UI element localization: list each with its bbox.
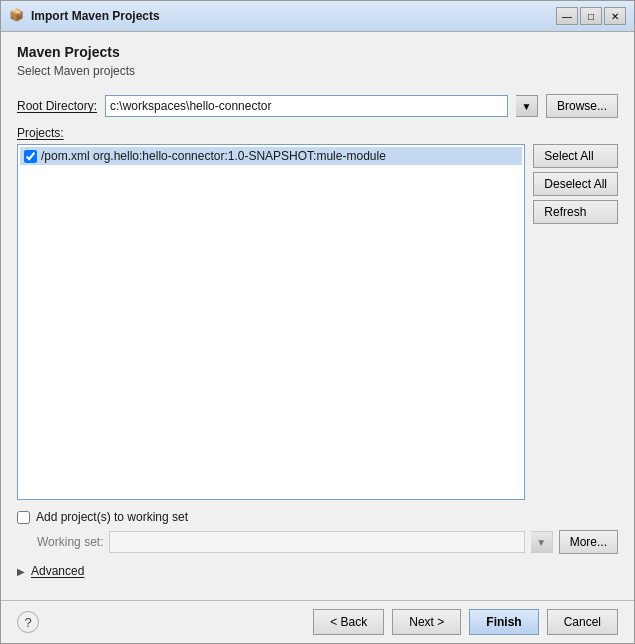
close-button[interactable]: ✕ [604,7,626,25]
footer: ? < Back Next > Finish Cancel [1,600,634,643]
working-set-input[interactable] [109,531,524,553]
root-directory-row: Root Directory: ▼ Browse... [17,94,618,118]
minimize-button[interactable]: — [556,7,578,25]
back-button[interactable]: < Back [313,609,384,635]
browse-button[interactable]: Browse... [546,94,618,118]
root-directory-dropdown[interactable]: ▼ [516,95,538,117]
working-set-field-row: Working set: ▼ More... [37,530,618,554]
maximize-button[interactable]: □ [580,7,602,25]
section-title: Maven Projects [17,44,618,60]
advanced-label: Advanced [31,564,84,578]
root-directory-label: Root Directory: [17,99,97,113]
projects-list: /pom.xml org.hello:hello-connector:1.0-S… [17,144,525,500]
projects-area: /pom.xml org.hello:hello-connector:1.0-S… [17,144,618,500]
refresh-button[interactable]: Refresh [533,200,618,224]
project-checkbox[interactable] [24,150,37,163]
list-item[interactable]: /pom.xml org.hello:hello-connector:1.0-S… [20,147,522,165]
section-subtitle: Select Maven projects [17,64,618,78]
working-set-field-label: Working set: [37,535,103,549]
projects-label: Projects: [17,126,618,140]
advanced-row[interactable]: ▶ Advanced [17,564,618,578]
working-set-section: Add project(s) to working set Working se… [17,510,618,554]
title-bar: 📦 Import Maven Projects — □ ✕ [1,1,634,32]
working-set-checkbox[interactable] [17,511,30,524]
projects-buttons: Select All Deselect All Refresh [533,144,618,500]
working-set-label: Add project(s) to working set [36,510,188,524]
project-item-text: /pom.xml org.hello:hello-connector:1.0-S… [41,149,386,163]
cancel-button[interactable]: Cancel [547,609,618,635]
next-button[interactable]: Next > [392,609,461,635]
window-icon: 📦 [9,8,25,24]
content-area: Maven Projects Select Maven projects Roo… [1,32,634,600]
help-icon[interactable]: ? [17,611,39,633]
select-all-button[interactable]: Select All [533,144,618,168]
root-directory-input[interactable] [105,95,508,117]
working-set-dropdown[interactable]: ▼ [531,531,553,553]
more-button[interactable]: More... [559,530,618,554]
finish-button[interactable]: Finish [469,609,538,635]
deselect-all-button[interactable]: Deselect All [533,172,618,196]
import-maven-projects-window: 📦 Import Maven Projects — □ ✕ Maven Proj… [0,0,635,644]
advanced-arrow-icon: ▶ [17,566,25,577]
title-bar-controls: — □ ✕ [556,7,626,25]
working-set-checkbox-row: Add project(s) to working set [17,510,618,524]
window-title: Import Maven Projects [31,9,550,23]
